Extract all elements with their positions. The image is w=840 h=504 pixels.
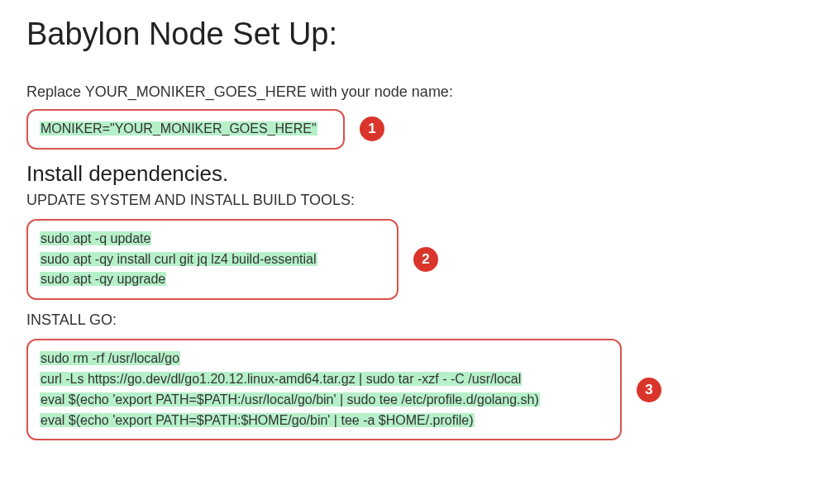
step-badge-1: 1	[360, 116, 384, 141]
moniker-code-box: MONIKER="YOUR_MONIKER_GOES_HERE"	[26, 109, 345, 150]
update-system-label: UPDATE SYSTEM AND INSTALL BUILD TOOLS:	[26, 192, 814, 209]
install-go-label: INSTALL GO:	[26, 311, 814, 329]
code-line: sudo apt -q update	[40, 229, 385, 250]
go-code-box: sudo rm -rf /usr/local/go curl -Ls https…	[26, 339, 622, 440]
step-1-row: MONIKER="YOUR_MONIKER_GOES_HERE" 1	[26, 109, 814, 150]
highlight: eval $(echo 'export PATH=$PATH:$HOME/go/…	[40, 413, 475, 427]
code-line: eval $(echo 'export PATH=$PATH:$HOME/go/…	[40, 411, 609, 431]
code-line: sudo apt -qy install curl git jq lz4 bui…	[40, 250, 385, 270]
code-line: curl -Ls https://go.dev/dl/go1.20.12.lin…	[40, 369, 609, 390]
highlight: sudo apt -qy install curl git jq lz4 bui…	[40, 252, 317, 266]
code-line: MONIKER="YOUR_MONIKER_GOES_HERE"	[40, 119, 332, 140]
code-line: sudo rm -rf /usr/local/go	[40, 349, 609, 369]
deps-heading: Install dependencies.	[26, 161, 814, 187]
highlight: sudo rm -rf /usr/local/go	[40, 351, 180, 365]
highlight: curl -Ls https://go.dev/dl/go1.20.12.lin…	[40, 372, 522, 386]
highlight: sudo apt -q update	[40, 231, 151, 245]
step-badge-3: 3	[637, 378, 661, 402]
code-line: sudo apt -qy upgrade	[40, 269, 385, 290]
highlight: eval $(echo 'export PATH=$PATH:/usr/loca…	[40, 392, 540, 407]
step-2-row: sudo apt -q update sudo apt -qy install …	[26, 219, 814, 300]
highlight: sudo apt -qy upgrade	[40, 272, 166, 286]
update-code-box: sudo apt -q update sudo apt -qy install …	[26, 219, 399, 300]
moniker-instruction: Replace YOUR_MONIKER_GOES_HERE with your…	[26, 83, 814, 101]
page-title: Babylon Node Set Up:	[26, 17, 814, 52]
highlight: MONIKER="YOUR_MONIKER_GOES_HERE"	[40, 121, 317, 136]
step-3-row: sudo rm -rf /usr/local/go curl -Ls https…	[26, 339, 814, 440]
code-line: eval $(echo 'export PATH=$PATH:/usr/loca…	[40, 390, 609, 411]
step-badge-2: 2	[413, 247, 438, 272]
